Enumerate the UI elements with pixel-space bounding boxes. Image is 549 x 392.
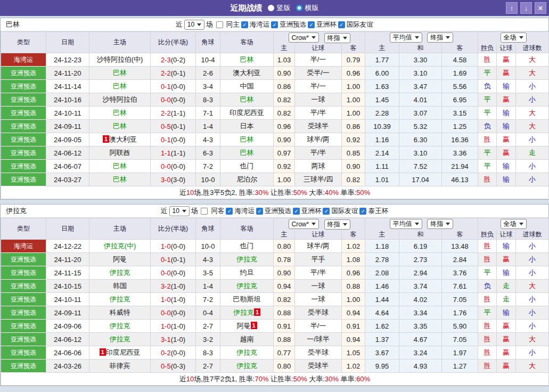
halftime-score: (0-0)	[171, 162, 185, 170]
competition-label: 海湾运	[250, 20, 270, 29]
odds-home: 0.96	[274, 120, 295, 133]
handicap-line: 一/球半	[295, 333, 342, 346]
match-row: 海湾运24-12-23沙特阿拉伯(中)2-3(0-2)10-4巴林1.03半/一…	[1, 53, 549, 67]
competition-checkbox[interactable]: ✓	[308, 21, 315, 28]
summary-row: 近10场,胜7平2负1, 胜率:70% 让胜率:50% 大率:30% 单率:60…	[1, 373, 549, 386]
goals-result-cell: 小	[516, 80, 549, 93]
odds-home: 1.03	[274, 53, 295, 67]
col-header-avg-draw: 和	[399, 44, 442, 53]
avg-away: 3.76	[442, 266, 478, 280]
away-team: 伊拉克	[220, 360, 274, 373]
match-type-badge: 亚洲预选	[1, 266, 46, 280]
scope-select[interactable]: 全场	[501, 219, 527, 229]
match-row: 亚洲预选24-09-11巴林0-5(0-1)1-4日本0.96受球半0.8610…	[1, 120, 549, 133]
team-label: 巴林	[113, 109, 127, 117]
match-count-select[interactable]: 10	[184, 20, 204, 30]
title-bar: 近期战绩 竖版 横版 ↑ ↓ ✕	[0, 0, 549, 16]
halftime-score: (0-0)	[171, 269, 185, 277]
match-score: 2-2(0-1)	[151, 67, 196, 80]
avg-away: 16.36	[442, 133, 478, 146]
competition-checkbox[interactable]: ✓	[293, 208, 300, 215]
fulltime-score: 1-0	[161, 296, 171, 304]
odds-away: 0.96	[342, 67, 365, 80]
team-label: 澳大利亚	[233, 69, 261, 77]
odds-away: 0.82	[342, 173, 365, 186]
match-type-badge: 亚洲预选	[1, 146, 46, 160]
same-side-checkbox[interactable]	[216, 21, 223, 28]
competition-checkbox[interactable]: ✓	[271, 21, 278, 28]
competition-checkbox[interactable]: ✓	[241, 21, 248, 28]
radio-horizontal-icon[interactable]	[296, 5, 302, 11]
handicap-result-cell: 输	[497, 107, 516, 120]
radio-vertical-label[interactable]: 竖版	[277, 3, 291, 13]
close-button[interactable]: ✕	[535, 2, 546, 14]
match-row: 亚洲预选24-10-16沙特阿拉伯0-0(0-0)8-3巴林0.82一球1.00…	[1, 93, 549, 107]
col-header-avg-home: 主	[365, 44, 399, 53]
avg-draw: 2.94	[399, 266, 442, 280]
away-team: 阿曼1	[220, 320, 274, 333]
match-row: 亚洲预选24-06-07巴林0-0(0-0)7-2也门0.92两球0.901.1…	[1, 160, 549, 173]
radio-horizontal-label[interactable]: 横版	[305, 3, 319, 13]
summary-segment: 60%	[356, 375, 370, 383]
scope-select[interactable]: 全场	[501, 32, 527, 43]
average-stage-select[interactable]: 终指	[427, 32, 453, 43]
competition-checkbox[interactable]: ✓	[256, 208, 263, 215]
team-label: 科威特	[110, 308, 130, 316]
odds-stage-select[interactable]: 终指	[324, 33, 350, 43]
match-type-badge: 海湾运	[1, 53, 46, 67]
match-count-select[interactable]: 10	[169, 206, 190, 216]
result-cell: 平	[478, 160, 497, 173]
chevron-down-icon	[312, 36, 316, 39]
team-label: 日本	[240, 122, 254, 130]
scroll-down-button[interactable]: ↓	[520, 2, 532, 14]
match-date: 24-09-06	[46, 320, 89, 333]
goals-result-cell: 大	[516, 360, 549, 373]
odds-away: 1.05	[342, 346, 365, 360]
competition-label: 亚洲杯	[301, 207, 322, 216]
bookmaker-select[interactable]: Crow*	[289, 32, 319, 43]
avg-draw: 3.07	[399, 107, 442, 120]
col-header-odds-line: 让球	[295, 44, 342, 53]
competition-checkbox[interactable]: ✓	[359, 208, 366, 215]
goals-result-cell: 小	[516, 293, 549, 306]
team-label: 巴林	[113, 122, 127, 130]
corner-score: 1-4	[196, 120, 220, 133]
match-date: 24-10-15	[46, 280, 89, 293]
col-header-odds-line: 让球	[295, 230, 342, 240]
avg-away: 7.05	[442, 293, 478, 306]
competition-checkbox[interactable]: ✓	[323, 208, 330, 215]
odds-home: 0.80	[274, 360, 295, 373]
bookmaker-select[interactable]: Crow*	[289, 219, 319, 229]
handicap-result-cell: 输	[497, 173, 516, 186]
halftime-score: (0-0)	[171, 309, 185, 317]
goals-result-cell: 小	[516, 240, 549, 253]
odds-home: 0.82	[274, 293, 295, 306]
average-select[interactable]: 平均值	[390, 32, 422, 43]
odds-stage-select[interactable]: 终指	[324, 219, 350, 230]
halftime-score: (0-1)	[171, 69, 185, 77]
summary-segment: 场,胜7平2负1, 胜率:	[194, 375, 255, 383]
away-team: 越南	[220, 333, 274, 346]
window-buttons: ↑ ↓ ✕	[506, 2, 546, 14]
radio-vertical-icon[interactable]	[268, 5, 274, 11]
handicap-result-cell: 赢	[497, 253, 516, 266]
match-score: 3-1(1-0)	[151, 333, 196, 346]
average-stage-select[interactable]: 终指	[427, 219, 453, 229]
handicap-result-cell: 赢	[497, 146, 516, 160]
home-team: 阿曼	[89, 253, 151, 266]
competition-checkbox[interactable]: ✓	[226, 208, 233, 215]
competition-checkbox[interactable]: ✓	[338, 21, 345, 28]
team-label: 尼泊尔	[236, 175, 257, 183]
chevron-down-icon	[415, 36, 419, 39]
layout-radio-vertical[interactable]: 竖版	[268, 3, 291, 13]
handicap-line: 一球	[295, 293, 342, 306]
corner-score: 8-3	[196, 346, 220, 360]
scroll-up-button[interactable]: ↑	[506, 2, 518, 14]
match-row: 亚洲预选24-03-27巴林3-0(3-0)10-0尼泊尔1.00三球半/四0.…	[1, 173, 549, 186]
same-side-checkbox[interactable]	[201, 208, 208, 215]
layout-radio-horizontal[interactable]: 横版	[296, 3, 319, 13]
average-select[interactable]: 平均值	[390, 219, 422, 229]
handicap-line: 受半球	[295, 306, 342, 320]
handicap-result-cell: 输	[497, 306, 516, 320]
recent-results-panel: 近期战绩 竖版 横版 ↑ ↓ ✕ 巴林 近10场同主✓海湾运✓亚洲预选✓亚洲杯✓…	[0, 0, 549, 392]
